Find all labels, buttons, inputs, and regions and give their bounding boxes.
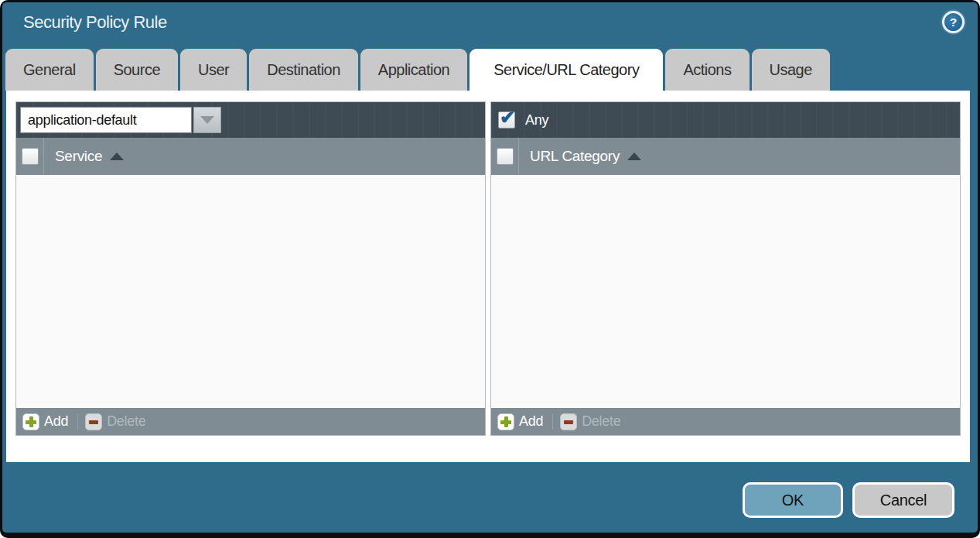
url-category-select-all-checkbox[interactable] — [497, 148, 514, 165]
help-icon[interactable]: ? — [942, 11, 965, 33]
column-divider — [518, 138, 519, 175]
column-divider — [43, 138, 44, 175]
tab-service-url-category[interactable]: Service/URL Category — [470, 49, 663, 91]
footer-divider — [77, 414, 78, 430]
url-category-column-header[interactable]: URL Category — [530, 148, 620, 165]
any-checkbox[interactable] — [498, 111, 515, 129]
service-select-all-checkbox[interactable] — [22, 148, 39, 165]
any-checkbox-label: Any — [525, 112, 548, 129]
sort-ascending-icon[interactable] — [627, 152, 641, 160]
service-type-dropdown[interactable]: application-default — [20, 107, 192, 133]
ok-button[interactable]: OK — [743, 482, 843, 518]
tab-destination[interactable]: Destination — [249, 49, 358, 91]
tab-user[interactable]: User — [180, 49, 247, 91]
url-category-column-header-row: URL Category — [491, 138, 960, 175]
service-table-body — [16, 175, 485, 408]
tab-actions[interactable]: Actions — [665, 49, 749, 91]
service-add-button[interactable]: Add — [22, 413, 68, 430]
service-type-dropdown-button[interactable] — [193, 107, 221, 133]
footer-divider — [552, 414, 553, 430]
service-column-header[interactable]: Service — [55, 148, 102, 165]
delete-button-label: Delete — [107, 413, 145, 430]
security-policy-rule-dialog: Security Policy Rule ? General Source Us… — [2, 2, 978, 533]
url-category-table-body — [491, 175, 960, 408]
tab-usage[interactable]: Usage — [752, 49, 830, 91]
url-category-add-button[interactable]: Add — [497, 413, 543, 430]
plus-icon — [22, 413, 39, 430]
chevron-down-icon — [200, 116, 214, 124]
delete-button-label: Delete — [582, 413, 620, 430]
minus-icon — [560, 413, 577, 430]
add-button-label: Add — [44, 413, 68, 430]
service-panel: application-default Service — [15, 101, 486, 436]
url-category-delete-button[interactable]: Delete — [560, 413, 620, 430]
cancel-button[interactable]: Cancel — [852, 482, 954, 518]
service-column-header-row: Service — [16, 138, 485, 175]
tab-source[interactable]: Source — [96, 49, 178, 91]
service-select-all-cell — [16, 138, 43, 175]
add-button-label: Add — [519, 413, 543, 430]
tab-content: application-default Service — [6, 91, 970, 462]
dialog-title: Security Policy Rule — [23, 12, 167, 33]
plus-icon — [497, 413, 514, 430]
url-category-panel: Any URL Category Add — [490, 101, 961, 436]
service-delete-button[interactable]: Delete — [85, 413, 145, 430]
screen: Security Policy Rule ? General Source Us… — [0, 0, 980, 538]
tab-general[interactable]: General — [5, 49, 94, 91]
any-checkbox-group: Any — [498, 111, 548, 129]
minus-icon — [85, 413, 102, 430]
url-category-toolbar: Any — [491, 102, 960, 138]
service-footer: Add Delete — [16, 408, 485, 435]
url-category-select-all-cell — [491, 138, 518, 175]
service-toolbar: application-default — [16, 102, 485, 138]
help-glyph: ? — [950, 15, 957, 29]
tab-application[interactable]: Application — [360, 49, 467, 91]
url-category-footer: Add Delete — [491, 408, 960, 435]
sort-ascending-icon[interactable] — [110, 152, 124, 160]
tab-bar: General Source User Destination Applicat… — [5, 49, 830, 91]
